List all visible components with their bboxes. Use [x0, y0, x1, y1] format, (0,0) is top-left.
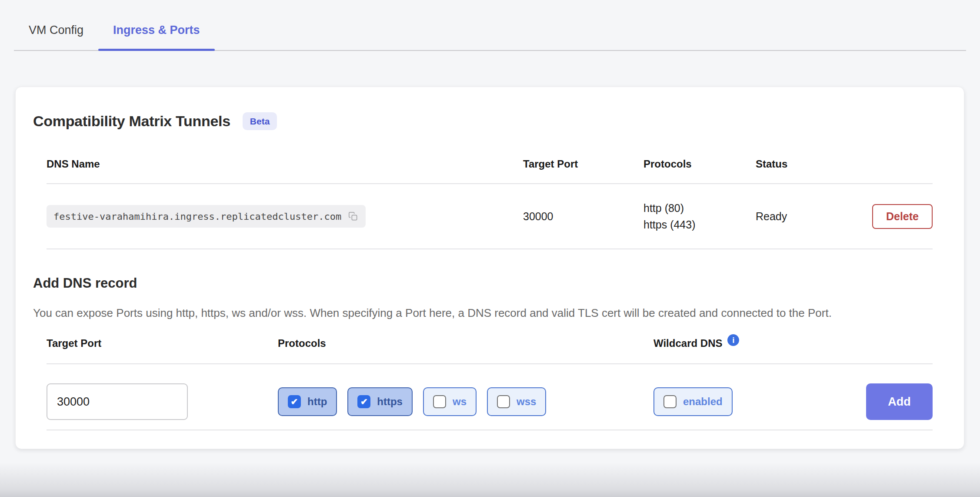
panel-title-row: Compatibility Matrix Tunnels Beta	[33, 112, 947, 130]
info-icon[interactable]: i	[727, 334, 739, 346]
dns-name-chip: festive-varahamihira.ingress.replicatedc…	[47, 205, 366, 228]
column-header-protocols: Protocols	[643, 158, 756, 170]
target-port-input[interactable]	[47, 383, 188, 420]
protocol-entry-https: https (443)	[643, 216, 756, 233]
actions-cell: Delete	[866, 204, 933, 229]
table-row: festive-varahamihira.ingress.replicatedc…	[47, 184, 933, 249]
table-header-row: DNS Name Target Port Protocols Status	[47, 142, 933, 184]
status-cell: Ready	[756, 210, 866, 223]
add-button[interactable]: Add	[866, 383, 933, 420]
add-dns-record-description: You can expose Ports using http, https, …	[33, 304, 898, 322]
target-port-input-cell	[47, 383, 278, 420]
tab-ingress-ports[interactable]: Ingress & Ports	[98, 13, 215, 50]
column-header-status: Status	[756, 158, 866, 170]
protocol-checkbox-https[interactable]: https	[347, 387, 413, 416]
protocols-label: Protocols	[278, 337, 653, 349]
target-port-label: Target Port	[47, 337, 278, 349]
wildcard-dns-cell: enabled	[653, 387, 866, 416]
http-checkbox[interactable]	[288, 395, 301, 408]
add-button-cell: Add	[866, 383, 933, 420]
dns-name-cell: festive-varahamihira.ingress.replicatedc…	[47, 205, 523, 228]
delete-button[interactable]: Delete	[872, 204, 933, 229]
ws-checkbox[interactable]	[433, 395, 446, 408]
dns-name-value: festive-varahamihira.ingress.replicatedc…	[53, 211, 341, 222]
add-dns-record-heading: Add DNS record	[33, 275, 947, 291]
http-checkbox-label: http	[307, 396, 327, 408]
https-checkbox[interactable]	[357, 395, 370, 408]
tunnels-table: DNS Name Target Port Protocols Status fe…	[33, 142, 947, 249]
copy-icon[interactable]	[347, 211, 359, 222]
target-port-cell: 30000	[523, 210, 643, 223]
form-inputs-row: http https ws wss enabled	[47, 364, 933, 430]
wss-checkbox[interactable]	[497, 395, 510, 408]
enabled-checkbox-label: enabled	[683, 396, 723, 408]
column-header-target-port: Target Port	[523, 158, 643, 170]
protocol-entry-http: http (80)	[643, 200, 756, 216]
protocol-checkbox-wss[interactable]: wss	[487, 387, 546, 416]
beta-badge: Beta	[243, 112, 277, 130]
https-checkbox-label: https	[377, 396, 403, 408]
tab-bar: VM Config Ingress & Ports	[14, 13, 966, 51]
protocol-checkbox-group: http https ws wss	[278, 387, 653, 416]
protocols-cell: http (80) https (443)	[643, 200, 756, 233]
form-labels-row: Target Port Protocols Wildcard DNS i	[47, 337, 933, 364]
wildcard-dns-label-group: Wildcard DNS i	[653, 337, 933, 349]
protocol-checkbox-ws[interactable]: ws	[423, 387, 477, 416]
tab-vm-config[interactable]: VM Config	[14, 13, 98, 50]
wildcard-dns-label: Wildcard DNS	[653, 337, 722, 349]
wss-checkbox-label: wss	[517, 396, 536, 408]
column-header-dns-name: DNS Name	[47, 158, 523, 170]
wildcard-enabled-checkbox-chip[interactable]: enabled	[653, 387, 733, 416]
add-dns-form: Target Port Protocols Wildcard DNS i htt…	[33, 337, 947, 430]
ws-checkbox-label: ws	[453, 396, 467, 408]
tunnels-panel: Compatibility Matrix Tunnels Beta DNS Na…	[15, 87, 964, 449]
protocol-checkbox-http[interactable]: http	[278, 387, 337, 416]
enabled-checkbox[interactable]	[663, 395, 677, 408]
panel-title: Compatibility Matrix Tunnels	[33, 113, 230, 130]
